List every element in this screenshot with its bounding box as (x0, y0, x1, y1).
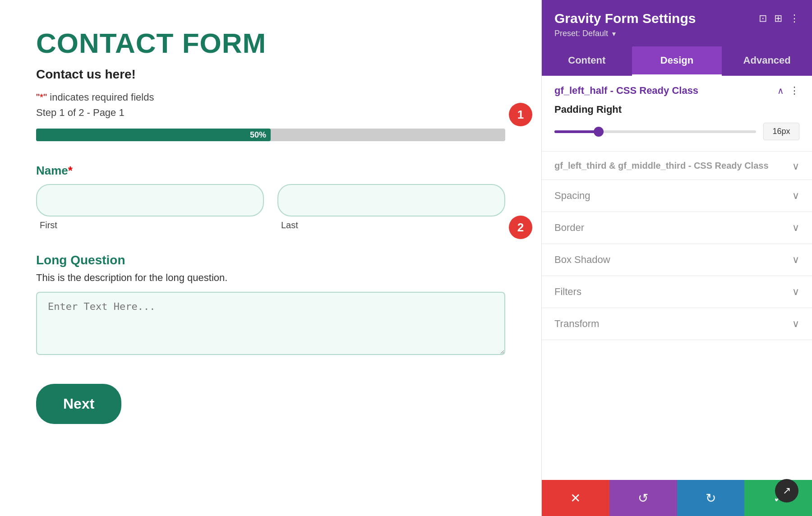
css-ready-section-2: gf_left_third & gf_middle_third - CSS Re… (542, 152, 812, 180)
layout-icon[interactable]: ⊞ (774, 13, 782, 24)
badge-2: 2 (509, 216, 532, 239)
box-shadow-section: Box Shadow ∨ (542, 244, 812, 276)
slider-value: 16px (763, 123, 799, 140)
transform-chevron-icon: ∨ (792, 318, 799, 330)
first-name-input[interactable] (36, 184, 264, 217)
spacing-label: Spacing (554, 190, 591, 202)
border-label: Border (554, 222, 584, 234)
border-section: Border ∨ (542, 212, 812, 244)
filters-chevron-icon: ∨ (792, 286, 799, 298)
long-question-desc: This is the description for the long que… (36, 272, 505, 284)
reset-button[interactable]: ↺ (609, 480, 677, 516)
transform-label: Transform (554, 318, 599, 330)
panel-preset[interactable]: Preset: Default ▼ (554, 29, 799, 38)
slider-thumb[interactable] (594, 127, 604, 137)
long-question-textarea[interactable] (36, 292, 505, 355)
border-chevron-icon: ∨ (792, 222, 799, 234)
fullscreen-icon[interactable]: ⊡ (759, 13, 767, 24)
form-subtitle: Contact us here! (36, 67, 505, 82)
transform-header[interactable]: Transform ∨ (542, 308, 812, 340)
tab-content[interactable]: Content (542, 46, 632, 76)
name-label: Name* (36, 164, 505, 178)
panel-header-icons: ⊡ ⊞ ⋮ (759, 13, 799, 24)
panel-content: gf_left_half - CSS Ready Class ∧ ⋮ Paddi… (542, 76, 812, 480)
settings-panel: Gravity Form Settings ⊡ ⊞ ⋮ Preset: Defa… (541, 0, 812, 516)
required-note: "*" "*" indicates required fields indica… (36, 92, 505, 103)
help-button[interactable]: ↗ (775, 479, 798, 502)
last-name-input[interactable] (277, 184, 505, 217)
badge-1: 1 (509, 103, 532, 126)
padding-right-label: Padding Right (554, 104, 799, 115)
spacing-section: Spacing ∨ (542, 180, 812, 212)
long-question-label: Long Question (36, 253, 505, 267)
cancel-button[interactable]: ✕ (542, 480, 609, 516)
spacing-chevron-icon: ∨ (792, 190, 799, 202)
tab-design[interactable]: Design (632, 46, 722, 76)
collapse-icon[interactable]: ∧ (777, 85, 784, 96)
panel-actions: ✕ ↺ ↻ ✓ (542, 480, 812, 516)
box-shadow-chevron-icon: ∨ (792, 254, 799, 266)
panel-title: Gravity Form Settings (554, 11, 696, 26)
last-sublabel: Last (277, 220, 505, 230)
tab-advanced[interactable]: Advanced (722, 46, 812, 76)
css-ready-actions: ∧ ⋮ (777, 85, 799, 97)
border-header[interactable]: Border ∨ (542, 212, 812, 244)
css-ready-more-icon[interactable]: ⋮ (789, 85, 799, 97)
preset-chevron-icon: ▼ (611, 30, 617, 37)
css-ready-2-chevron-icon[interactable]: ∨ (792, 161, 799, 172)
name-inputs-row: First Last (36, 184, 505, 230)
more-icon[interactable]: ⋮ (789, 13, 799, 24)
last-name-wrap: Last (277, 184, 505, 230)
panel-tabs: Content Design Advanced (542, 46, 812, 76)
slider-track[interactable] (554, 130, 756, 133)
help-icon: ↗ (783, 485, 791, 497)
form-area: CONTACT FORM Contact us here! "*" "*" in… (0, 0, 541, 516)
next-button[interactable]: Next (36, 384, 121, 424)
form-title: CONTACT FORM (36, 27, 505, 59)
filters-header[interactable]: Filters ∨ (542, 276, 812, 308)
progress-label: 50% (250, 130, 266, 140)
css-ready-title-2: gf_left_third & gf_middle_third - CSS Re… (554, 161, 792, 171)
box-shadow-header[interactable]: Box Shadow ∨ (542, 244, 812, 276)
name-field-group: Name* First Last (36, 164, 505, 230)
redo-button[interactable]: ↻ (677, 480, 745, 516)
first-name-wrap: First (36, 184, 264, 230)
filters-label: Filters (554, 286, 581, 298)
first-sublabel: First (36, 220, 264, 230)
box-shadow-label: Box Shadow (554, 254, 610, 266)
css-ready-title-1: gf_left_half - CSS Ready Class (554, 85, 698, 97)
required-star: * (68, 164, 73, 177)
step-info: Step 1 of 2 - Page 1 (36, 107, 505, 119)
panel-header: Gravity Form Settings ⊡ ⊞ ⋮ Preset: Defa… (542, 0, 812, 46)
spacing-header[interactable]: Spacing ∨ (542, 180, 812, 212)
css-ready-section-1: gf_left_half - CSS Ready Class ∧ ⋮ Paddi… (542, 76, 812, 152)
long-question-field: Long Question This is the description fo… (36, 253, 505, 357)
filters-section: Filters ∨ (542, 276, 812, 308)
transform-section: Transform ∨ (542, 308, 812, 340)
progress-bar: 50% (36, 129, 505, 141)
progress-fill: 50% (36, 129, 271, 141)
slider-fill (554, 130, 599, 133)
slider-row: 16px (554, 123, 799, 140)
